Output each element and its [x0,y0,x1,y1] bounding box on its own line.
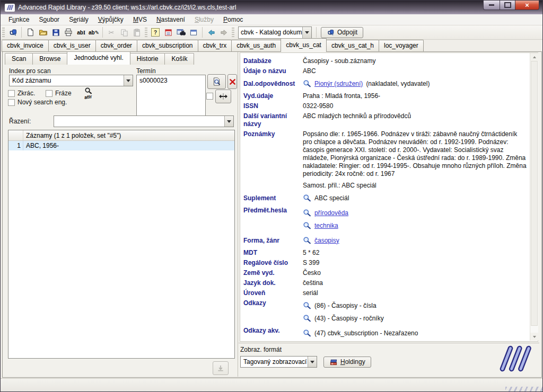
responsibility-link[interactable]: Pionýr (sdružení) [314,80,363,88]
tab-basket[interactable]: Košík [164,53,194,65]
toolbar-grip [145,28,147,37]
disconnect-button[interactable]: Odpojit [321,27,363,38]
term-input[interactable]: s0000023 [136,75,206,117]
database-select[interactable]: cbvk - Katalog dokum [238,26,312,39]
maximize-button[interactable] [500,1,515,10]
scroll-down-button[interactable] [530,333,538,341]
link-reference[interactable]: (43) - Časopisy - ročníky [314,315,384,323]
lookup-magnifier-icon[interactable] [303,236,311,245]
field-label: Forma, žánr [243,237,299,245]
copy-button[interactable] [118,26,130,38]
tab-simple-search[interactable]: Jednoduché vyhl. [67,51,130,65]
fraze-checkbox[interactable] [46,90,52,97]
search-window-button[interactable] [174,26,187,38]
term-label: Termín [136,67,156,75]
tab-cbvk-order[interactable]: cbvk_order [95,40,137,52]
menu-pomoc[interactable]: Pomoc [218,15,248,24]
tab-cbvk-trx[interactable]: cbvk_trx [198,40,232,52]
width-toggle-button[interactable] [215,90,231,103]
connect-button[interactable] [6,26,19,38]
expand-checkbox[interactable] [206,93,213,100]
help-button[interactable]: ? [149,26,162,38]
menu-serialy[interactable]: Seriály [64,15,93,24]
tab-scan[interactable]: Scan [5,53,33,65]
field-label: Odkazy akv. [243,327,299,342]
cut-button[interactable]: ✂ [105,26,118,38]
back-button[interactable] [205,26,217,38]
menu-sluzby[interactable]: Služby [190,15,218,24]
lookup-magnifier-icon[interactable] [303,329,311,337]
forward-button[interactable] [217,26,230,38]
results-header-label: Záznamy (1 z 1 položek, set "#5") [23,132,121,139]
lookup-magnifier-icon[interactable] [303,79,311,88]
app-logo-icon [5,4,15,12]
tab-cbvk-is-user[interactable]: cbvk_is_user [48,40,96,52]
resize-grip[interactable] [505,387,542,392]
minimize-button[interactable] [483,1,500,10]
search-button[interactable] [207,74,226,89]
subject-link[interactable]: přírodověda [314,209,348,217]
lookup-magnifier-icon[interactable] [303,221,311,230]
close-button[interactable]: × [515,1,539,10]
menu-mvs[interactable]: MVS [128,15,152,24]
lookup-magnifier-icon[interactable] [303,301,311,310]
detail-scrollbar[interactable] [530,53,538,341]
acq-link-reference[interactable]: (47) cbvk_subscription - Nezařazeno [314,329,418,337]
menu-nastaveni[interactable]: Nastavení [152,15,190,24]
new-engine-checkbox[interactable] [8,99,15,106]
subject-link[interactable]: technika [314,222,338,230]
lookup-magnifier-icon[interactable] [303,314,311,323]
paste-icon [133,29,141,37]
field-label: MDT [243,249,299,257]
tab-history[interactable]: Historie [130,53,165,65]
scroll-up-button[interactable] [530,53,538,61]
calendar-icon [164,29,172,37]
paste-button[interactable] [130,26,143,38]
search-mode-tabs: Scan Browse Jednoduché vyhl. Historie Ko… [5,52,237,65]
toolbar-separator [316,27,317,38]
append-button[interactable] [213,361,229,375]
tab-cbvk-subscription[interactable]: cbvk_subscription [137,40,198,52]
lookup-magnifier-icon[interactable] [303,209,311,217]
open-button[interactable] [37,26,49,38]
panel-divider[interactable] [238,52,238,377]
tab-loc-voyager[interactable]: loc_voyager [379,40,424,52]
results-number-column [8,130,23,140]
window-button[interactable] [187,26,200,38]
chevron-down-icon [224,116,233,127]
link-reference[interactable]: (86) - Časopisy - čísla [314,302,376,310]
search-panel: Scan Browse Jednoduché vyhl. Historie Ko… [5,52,237,377]
clear-x-icon [229,78,236,85]
holdings-books-icon [329,358,338,366]
result-row[interactable]: 1 ABC, 1956- [8,141,234,150]
calendar-button[interactable] [162,26,174,38]
menu-vypujcky[interactable]: Výpůjčky [93,15,128,24]
genre-link[interactable]: časopisy [314,237,339,245]
find-button[interactable]: abI [75,26,87,38]
print-icon [64,28,73,37]
scrollbar-thumb[interactable] [531,61,538,326]
horizontal-arrows-icon [218,93,228,100]
tab-browse[interactable]: Browse [32,53,67,65]
format-select[interactable]: Tagovaný zobrazovací f [240,356,317,368]
tab-cbvk-us-cat-h[interactable]: cbvk_us_cat_h [326,40,379,52]
holdings-button[interactable]: Holdingy [323,357,371,368]
replace-button[interactable]: ab✎ [87,26,100,38]
field-label: Jazyk dok. [243,279,299,287]
zkrac-checkbox[interactable] [8,90,15,97]
insert-down-icon [216,364,225,372]
clear-button[interactable] [227,74,237,89]
tab-cbvk-us-cat[interactable]: cbvk_us_cat [281,38,327,52]
save-button[interactable] [49,26,62,38]
menu-soubor[interactable]: Soubor [34,15,64,24]
scan-index-select[interactable]: Kód záznamu [9,75,133,86]
attr-search-button[interactable]: attr [84,87,92,100]
new-document-button[interactable] [24,26,37,38]
tab-cbvk-invoice[interactable]: cbvk_invoice [2,40,49,52]
field-value: Praha : Mladá fronta, 1956- [303,92,527,100]
tab-cbvk-us-auth[interactable]: cbvk_us_auth [231,40,281,52]
sort-select[interactable] [54,115,234,127]
menu-funkce[interactable]: Funkce [4,15,34,24]
print-button[interactable] [62,26,75,38]
lookup-magnifier-icon[interactable] [303,194,311,202]
